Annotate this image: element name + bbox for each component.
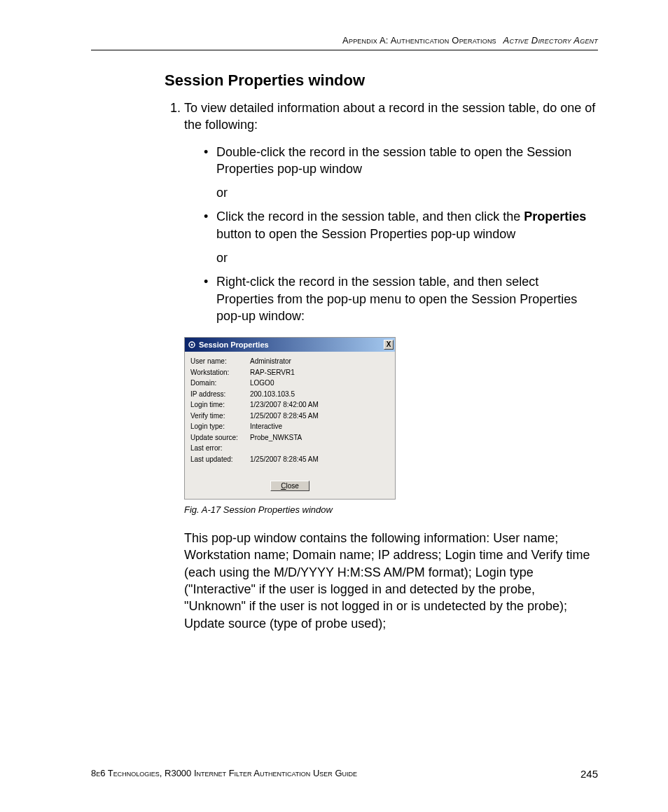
header-section: Appendix A: Authentication Operations (342, 35, 496, 46)
dialog-titlebar: Session Properties X (185, 338, 395, 352)
row-ip: IP address:200.103.103.5 (190, 389, 389, 400)
page-header: Appendix A: Authentication Operations Ac… (91, 35, 598, 50)
lbl-username: User name: (190, 357, 250, 366)
lbl-ip: IP address: (190, 390, 250, 399)
lbl-workstation: Workstation: (190, 368, 250, 378)
step-list: To view detailed information about a rec… (165, 99, 598, 632)
val-last-error (250, 443, 389, 453)
bullet-2-post: button to open the Session Properties po… (216, 227, 515, 241)
dialog-body: User name:Administrator Workstation:RAP-… (185, 352, 395, 472)
section-title: Session Properties window (165, 71, 598, 90)
bullet-3-text: Right-click the record in the session ta… (216, 275, 577, 323)
row-update-source: Update source:Probe_NWKSTA (190, 432, 389, 443)
or-2: or (216, 249, 598, 266)
row-workstation: Workstation:RAP-SERVR1 (190, 367, 389, 378)
content-area: Session Properties window To view detail… (165, 71, 598, 632)
bullet-2-bold: Properties (524, 209, 586, 223)
close-button[interactable]: Close (270, 481, 309, 491)
figure: Session Properties X User name:Administr… (184, 337, 598, 516)
row-username: User name:Administrator (190, 356, 389, 367)
val-login-type: Interactive (250, 422, 389, 432)
session-properties-dialog: Session Properties X User name:Administr… (184, 337, 396, 499)
bullet-1: Double-click the record in the session t… (204, 144, 598, 202)
row-domain: Domain:LOGO0 (190, 378, 389, 389)
bullet-2-pre: Click the record in the session table, a… (216, 209, 524, 223)
lbl-domain: Domain: (190, 378, 250, 388)
row-login-type: Login type:Interactive (190, 421, 389, 432)
val-ip: 200.103.103.5 (250, 390, 389, 399)
val-last-updated: 1/25/2007 8:28:45 AM (250, 455, 389, 465)
bullet-2: Click the record in the session table, a… (204, 208, 598, 266)
row-verify-time: Verify time:1/25/2007 8:28:45 AM (190, 411, 389, 422)
bullet-list: Double-click the record in the session t… (184, 144, 598, 325)
row-last-updated: Last updated:1/25/2007 8:28:45 AM (190, 454, 389, 465)
footer-text: 8e6 Technologies, R3000 Internet Filter … (91, 768, 357, 780)
header-subsection: Active Directory Agent (503, 35, 598, 46)
bullet-1-text: Double-click the record in the session t… (216, 145, 571, 176)
lbl-update-source: Update source: (190, 433, 250, 443)
lbl-login-time: Login time: (190, 400, 250, 410)
page-number: 245 (580, 768, 598, 780)
lbl-login-type: Login type: (190, 422, 250, 432)
row-login-time: Login time:1/23/2007 8:42:00 AM (190, 399, 389, 411)
row-last-error: Last error: (190, 443, 389, 454)
step-1-text: To view detailed information about a rec… (184, 101, 595, 132)
figure-caption: Fig. A-17 Session Properties window (184, 504, 598, 516)
val-login-time: 1/23/2007 8:42:00 AM (250, 400, 389, 410)
dialog-close-x[interactable]: X (384, 340, 394, 350)
close-button-rest: lose (286, 482, 298, 490)
dialog-title: Session Properties (199, 340, 384, 350)
val-username: Administrator (250, 357, 389, 366)
or-1: or (216, 184, 598, 201)
svg-point-1 (191, 344, 193, 346)
val-update-source: Probe_NWKSTA (250, 433, 389, 443)
body-paragraph: This pop-up window contains the followin… (184, 530, 598, 632)
lbl-last-updated: Last updated: (190, 455, 250, 465)
dialog-footer: Close (185, 472, 395, 498)
val-verify-time: 1/25/2007 8:28:45 AM (250, 411, 389, 421)
page-footer: 8e6 Technologies, R3000 Internet Filter … (91, 768, 598, 780)
step-1: To view detailed information about a rec… (184, 99, 598, 632)
val-workstation: RAP-SERVR1 (250, 368, 389, 378)
gear-icon (188, 340, 196, 349)
lbl-verify-time: Verify time: (190, 411, 250, 421)
val-domain: LOGO0 (250, 378, 389, 388)
bullet-3: Right-click the record in the session ta… (204, 273, 598, 324)
lbl-last-error: Last error: (190, 443, 250, 453)
